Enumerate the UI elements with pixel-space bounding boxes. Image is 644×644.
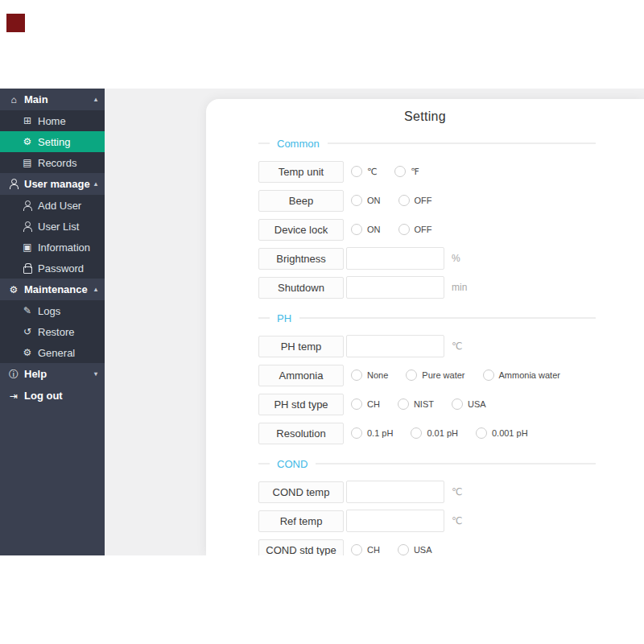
divider-dash — [258, 317, 270, 319]
sidebar-section-help[interactable]: ⓘHelp▾ — [0, 363, 105, 385]
setting-row-temp-unit: Temp unit℃℉ — [258, 160, 596, 183]
beep-option-on[interactable]: ON — [351, 195, 381, 206]
logout-icon: ⇥ — [8, 390, 19, 401]
sidebar-item-information[interactable]: ▣Information — [0, 237, 105, 258]
grid-icon: ⊞ — [22, 116, 33, 126]
chevron-up-icon: ▴ — [94, 96, 97, 103]
temp-unit-option-[interactable]: ℃ — [351, 166, 377, 177]
radio-icon[interactable] — [483, 369, 494, 381]
sidebar-item-user-list[interactable]: User List — [0, 216, 105, 237]
ph-temp-input[interactable] — [346, 335, 444, 357]
field-label-beep: Beep — [258, 190, 344, 212]
sidebar-item-password[interactable]: Password — [0, 258, 105, 279]
clipboard-icon: ▤ — [22, 158, 33, 168]
sidebar-item-label: Home — [38, 115, 66, 127]
divider-dash — [258, 463, 270, 464]
brightness-input[interactable] — [346, 247, 444, 270]
radio-icon[interactable] — [398, 398, 409, 410]
radio-icon[interactable] — [351, 398, 362, 410]
sidebar-item-general[interactable]: ⚙General — [0, 342, 105, 363]
setting-row-cond-temp: COND temp℃ — [258, 481, 596, 503]
chevron-down-icon: ▾ — [94, 370, 97, 378]
sidebar-section-maintenance[interactable]: ⚙Maintenance▴ — [0, 279, 105, 300]
setting-row-cond-std-type: COND std typeCHUSA — [258, 539, 596, 555]
resolution-option-0-001-ph[interactable]: 0.001 pH — [476, 427, 528, 439]
radio-icon[interactable] — [351, 224, 362, 235]
cond-std-type-option-ch[interactable]: CH — [351, 544, 380, 555]
sidebar-item-logs[interactable]: ✎Logs — [0, 300, 105, 321]
sidebar-item-label: Restore — [38, 326, 75, 338]
sidebar-item-home[interactable]: ⊞Home — [0, 110, 105, 131]
setting-row-ammonia: AmmoniaNonePure waterAmmonia water — [258, 364, 596, 386]
section-title: COND — [277, 458, 308, 470]
radio-icon[interactable] — [398, 544, 409, 555]
resolution-option-0-01-ph[interactable]: 0.01 pH — [411, 427, 458, 439]
radio-icon[interactable] — [394, 166, 406, 177]
divider-line — [299, 317, 596, 319]
radio-option-label: Pure water — [422, 370, 464, 380]
sidebar-item-label: Setting — [38, 136, 70, 148]
section-title: Common — [277, 138, 320, 150]
ammonia-option-none[interactable]: None — [351, 369, 388, 381]
sidebar-section-label: Main — [24, 93, 91, 105]
ref-temp-input[interactable] — [346, 510, 444, 532]
sidebar-item-restore[interactable]: ↺Restore — [0, 321, 105, 342]
cond-temp-input[interactable] — [346, 481, 444, 503]
sidebar-item-add-user[interactable]: Add User — [0, 195, 105, 216]
radio-icon[interactable] — [398, 195, 410, 206]
sidebar-item-setting[interactable]: ⚙Setting — [0, 131, 105, 152]
radio-icon[interactable] — [351, 195, 362, 206]
cond-std-type-option-usa[interactable]: USA — [398, 544, 432, 555]
sidebar-item-records[interactable]: ▤Records — [0, 152, 105, 173]
shutdown-input[interactable] — [346, 276, 444, 299]
ph-std-type-option-ch[interactable]: CH — [351, 398, 380, 410]
settings-card: Setting CommonTemp unit℃℉BeepONOFFDevice… — [206, 99, 644, 555]
field-label-ph-temp: PH temp — [258, 336, 344, 357]
field-label-shutdown: Shutdown — [258, 277, 344, 299]
ph-std-type-option-usa[interactable]: USA — [452, 398, 486, 410]
gear-advanced-icon: ⚙ — [22, 348, 33, 358]
sidebar-section-main[interactable]: ⌂Main▴ — [0, 89, 105, 110]
sidebar-submenu-user-manage: Add UserUser List▣InformationPassword — [0, 195, 105, 279]
radio-option-label: ℃ — [367, 167, 377, 177]
radio-icon[interactable] — [351, 166, 362, 177]
radio-icon[interactable] — [452, 398, 463, 410]
resolution-option-0-1-ph[interactable]: 0.1 pH — [351, 427, 393, 439]
sidebar-item-label: Logs — [38, 305, 60, 317]
radio-option-label: OFF — [415, 225, 432, 234]
beep-option-off[interactable]: OFF — [398, 195, 432, 206]
lock-icon — [22, 263, 33, 274]
sidebar-section-label: User manage — [24, 178, 91, 190]
radio-icon[interactable] — [398, 224, 410, 235]
radio-icon[interactable] — [476, 427, 487, 439]
ph-std-type-option-nist[interactable]: NIST — [398, 398, 434, 410]
radio-option-label: CH — [367, 399, 380, 409]
radio-icon[interactable] — [351, 427, 362, 439]
field-label-temp-unit: Temp unit — [258, 161, 344, 183]
sidebar-item-label: Password — [38, 262, 84, 275]
field-label-resolution: Resolution — [258, 423, 344, 444]
ammonia-radio-group: NonePure waterAmmonia water — [351, 369, 578, 381]
app-window: ⌂Main▴⊞Home⚙Setting▤RecordsUser manage▴A… — [0, 89, 644, 555]
temp-unit-option-[interactable]: ℉ — [394, 166, 419, 177]
cond-std-type-radio-group: CHUSA — [351, 544, 450, 555]
sidebar-submenu-maintenance: ✎Logs↺Restore⚙General — [0, 300, 105, 363]
ammonia-option-pure-water[interactable]: Pure water — [406, 369, 464, 381]
sidebar-section-log-out[interactable]: ⇥Log out — [0, 385, 105, 407]
page-canvas: ⌂Main▴⊞Home⚙Setting▤RecordsUser manage▴A… — [0, 0, 644, 644]
restore-icon: ↺ — [22, 327, 33, 337]
radio-icon[interactable] — [351, 544, 362, 555]
radio-option-label: NIST — [414, 399, 434, 409]
device-lock-option-on[interactable]: ON — [351, 224, 381, 235]
radio-icon[interactable] — [406, 369, 417, 381]
radio-icon[interactable] — [351, 369, 362, 381]
sidebar-submenu-main: ⊞Home⚙Setting▤Records — [0, 110, 105, 173]
field-label-brightness: Brightness — [258, 248, 344, 270]
sidebar-section-user-manage[interactable]: User manage▴ — [0, 173, 105, 195]
device-lock-option-off[interactable]: OFF — [398, 224, 432, 235]
radio-icon[interactable] — [411, 427, 422, 439]
unit-label: ℃ — [452, 341, 462, 352]
setting-row-brightness: Brightness% — [258, 247, 596, 270]
ammonia-option-ammonia-water[interactable]: Ammonia water — [483, 369, 560, 381]
divider-line — [328, 142, 596, 144]
